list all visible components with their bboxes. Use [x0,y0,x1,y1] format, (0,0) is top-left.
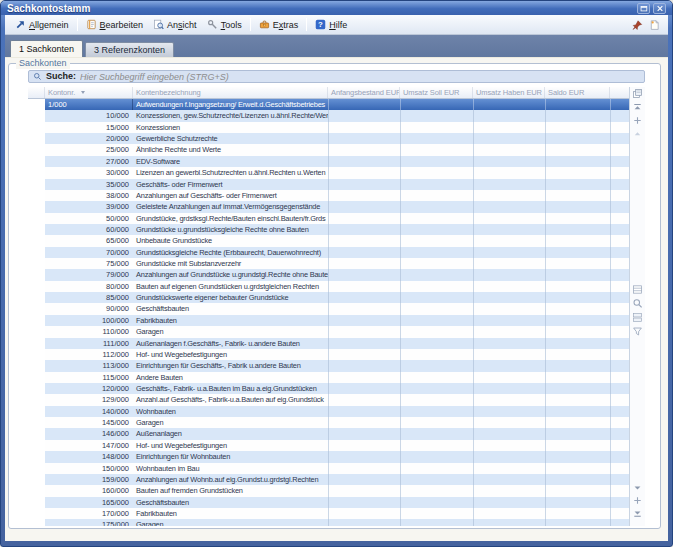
amount-cell [400,167,473,178]
note-icon[interactable] [649,19,660,31]
menu-item-bearbeiten[interactable]: Bearbeiten [81,17,149,32]
search-bar[interactable]: Suche: [28,70,645,83]
table-row[interactable]: 112/000Hof- und Wegebefestigungen [28,349,629,360]
account-name-cell: Aufwendungen f.Ingangsetzung/ Erweit.d.G… [133,99,328,110]
view-grid-icon[interactable] [632,284,643,295]
restore-button[interactable] [637,3,650,14]
search-input[interactable] [80,71,640,82]
table-row[interactable]: 150/000Wohnbauten im Bau [28,463,629,474]
tab-1-sachkonten[interactable]: 1 Sachkonten [10,40,83,57]
filter-icon[interactable] [632,326,643,337]
amount-cell [473,372,545,383]
table-row[interactable]: 146/000Außenanlagen [28,428,629,439]
column-header-umsatz-haben-eur[interactable]: Umsatz Haben EUR [473,87,545,98]
table-row[interactable]: 129/000Anzahl.auf Geschäfts-, Fabrik-u.a… [28,394,629,405]
table-row[interactable]: 10/000Konzessionen, gew.Schutzrechte/Liz… [28,110,629,121]
table-row[interactable]: 25/000Ähnliche Rechte und Werte [28,144,629,155]
amount-cell [400,213,473,224]
table-row[interactable]: 100/000Fabrikbauten [28,315,629,326]
table-row[interactable]: 39/000Geleistete Anzahlungen auf immat.V… [28,201,629,212]
cards-icon[interactable] [632,312,643,323]
table-row[interactable]: 165/000Geschäftsbauten [28,497,629,508]
amount-cell [400,338,473,349]
pin-icon[interactable] [632,19,643,31]
column-header-anfangsbestand-eur[interactable]: Anfangsbestand EUR [328,87,400,98]
amount-cell [473,99,545,110]
amount-cell [328,269,400,280]
account-number-cell: 38/000 [45,190,133,201]
table-row[interactable]: 80/000Bauten auf eigenen Grundstücken u.… [28,281,629,292]
column-header-kontonr[interactable]: Kontonr. [45,87,133,98]
menu-item-allgemein[interactable]: Allgemein [10,17,74,32]
row-extra-space [610,201,629,212]
menu-item-ansicht[interactable]: Ansicht [148,17,202,32]
scroll-top-icon[interactable] [632,102,643,113]
menu-item-hilfe[interactable]: ?Hilfe [310,17,352,32]
table-row[interactable]: 1/000Aufwendungen f.Ingangsetzung/ Erwei… [28,99,629,110]
menu-item-tools[interactable]: Tools [202,17,247,32]
scroll-up-pale-icon[interactable] [632,128,643,139]
column-header-kontenbezeichnung[interactable]: Kontenbezeichnung [133,87,328,98]
table-row[interactable]: 148/000Einrichtungen für Wohnbauten [28,451,629,462]
row-extra-space [610,110,629,121]
zoom-icon[interactable] [632,298,643,309]
table-row[interactable]: 30/000Lizenzen an gewerbl.Schutzrechten … [28,167,629,178]
amount-cell [473,281,545,292]
table-row[interactable]: 38/000Anzahlungen auf Geschäfts- oder Fi… [28,190,629,201]
account-number-cell: 140/000 [45,406,133,417]
amount-cell [473,406,545,417]
table-row[interactable]: 120/000Geschäfts-, Fabrik- u.a.Bauten im… [28,383,629,394]
scroll-down-icon[interactable] [632,482,643,493]
table-row[interactable]: 15/000Konzessionen [28,122,629,133]
amount-cell [400,349,473,360]
table-row[interactable]: 145/000Garagen [28,417,629,428]
scroll-bottom-icon[interactable] [632,508,643,519]
account-number-cell: 120/000 [45,383,133,394]
row-extra-space [610,247,629,258]
table-row[interactable]: 35/000Geschäfts- oder Firmenwert [28,179,629,190]
column-chooser-icon[interactable] [632,88,643,99]
amount-cell [473,326,545,337]
account-name-cell: Konzessionen, gew.Schutzrechte/Lizenzen … [133,110,328,121]
amount-cell [473,349,545,360]
table-row[interactable]: 60/000Grundstücke u.grundstücksgleiche R… [28,224,629,235]
table-row[interactable]: 75/000Grundstücke mit Substanzverzehr [28,258,629,269]
scroll-down-plus-icon[interactable] [632,495,643,506]
menu-item-label: Bearbeiten [100,20,144,30]
table-row[interactable]: 160/000Bauten auf fremden Grundstücken [28,485,629,496]
account-name-cell: Ähnliche Rechte und Werte [133,144,328,155]
table-row[interactable]: 175/000Garagen [28,519,629,526]
amount-cell [328,519,400,526]
table-row[interactable]: 170/000Fabrikbauten [28,508,629,519]
amount-cell [545,144,610,155]
amount-cell [328,360,400,371]
table-row[interactable]: 50/000Grundstücke, grdstksgl.Rechte/Baut… [28,213,629,224]
table-row[interactable]: 111/000Außenanlagen f.Geschäfts-, Fabrik… [28,338,629,349]
table-row[interactable]: 20/000Gewerbliche Schutzrechte [28,133,629,144]
account-name-cell: Grundstücke, grdstksgl.Rechte/Bauten ein… [133,213,328,224]
titlebar-buttons [637,3,666,14]
column-header-umsatz-soll-eur[interactable]: Umsatz Soll EUR [400,87,473,98]
table-row[interactable]: 159/000Anzahlungen auf Wohnb.auf eig.Gru… [28,474,629,485]
table-row[interactable]: 79/000Anzahlungen auf Grundstücke u.grun… [28,269,629,280]
amount-cell [400,485,473,496]
column-header-saldo-eur[interactable]: Saldo EUR [545,87,610,98]
menu-item-extras[interactable]: Extras [254,17,304,32]
table-row[interactable]: 147/000Hof- und Wegebefestigungen [28,440,629,451]
table-row[interactable]: 70/000Grundstücksgleiche Rechte (Erbbaur… [28,247,629,258]
scroll-up-icon[interactable] [632,115,643,126]
table-row[interactable]: 90/000Geschäftsbauten [28,303,629,314]
table-row[interactable]: 115/000Andere Bauten [28,372,629,383]
sort-desc-icon [81,91,85,94]
close-button[interactable] [653,3,666,14]
amount-cell [400,235,473,246]
table-row[interactable]: 85/000Grundstückswerte eigener bebauter … [28,292,629,303]
table-row[interactable]: 140/000Wohnbauten [28,406,629,417]
row-gutter [28,99,45,110]
table-row[interactable]: 27/000EDV-Software [28,156,629,167]
table-row[interactable]: 65/000Unbebaute Grundstücke [28,235,629,246]
table-row[interactable]: 110/000Garagen [28,326,629,337]
tab-3-referenzkonten[interactable]: 3 Referenzkonten [85,42,174,57]
row-gutter [28,122,45,133]
table-row[interactable]: 113/000Einrichtungen für Geschäfts-, Fab… [28,360,629,371]
